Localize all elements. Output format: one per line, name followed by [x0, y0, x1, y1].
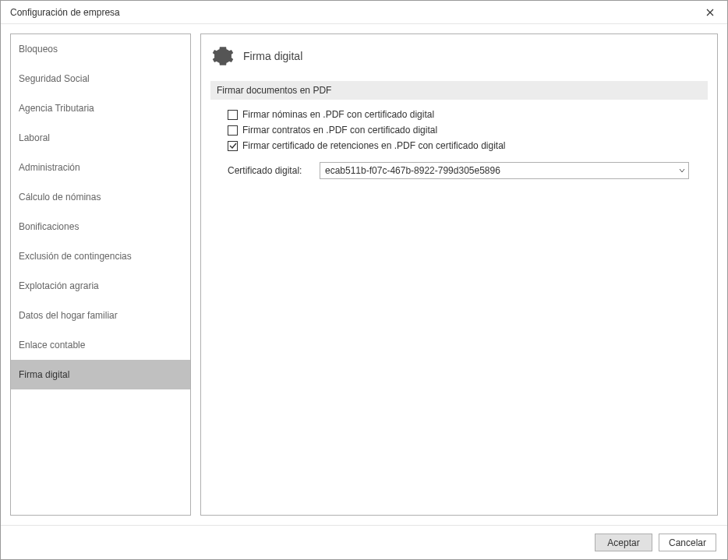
chevron-down-icon [676, 167, 688, 174]
sidebar-item-label: Cálculo de nóminas [19, 192, 101, 203]
checkbox-label: Firmar contratos en .PDF con certificado… [242, 125, 437, 136]
sidebar-item-label: Bonificaciones [19, 221, 79, 232]
sidebar-item-label: Enlace contable [19, 340, 85, 350]
footer: Aceptar Cancelar [1, 525, 727, 559]
sidebar-item-firma-digital[interactable]: Firma digital [11, 360, 190, 389]
close-icon [706, 9, 714, 16]
checkbox-row-contratos: Firmar contratos en .PDF con certificado… [228, 125, 708, 136]
sidebar: Bloqueos Seguridad Social Agencia Tribut… [10, 33, 191, 516]
certificate-label: Certificado digital: [228, 165, 312, 176]
sidebar-item-administracion[interactable]: Administración [11, 153, 190, 182]
sidebar-item-label: Agencia Tributaria [19, 103, 94, 114]
sidebar-item-label: Seguridad Social [19, 73, 90, 84]
checkbox-row-nominas: Firmar nóminas en .PDF con certificado d… [228, 109, 708, 120]
section-header: Firmar documentos en PDF [210, 81, 708, 100]
certificate-row: Certificado digital: ecab511b-f07c-467b-… [228, 162, 708, 179]
certificate-value: ecab511b-f07c-467b-8922-799d305e5896 [320, 165, 676, 176]
sidebar-item-enlace-contable[interactable]: Enlace contable [11, 330, 190, 360]
checkbox-contratos[interactable] [228, 125, 238, 136]
checkbox-nominas[interactable] [228, 110, 238, 120]
content-area: Bloqueos Seguridad Social Agencia Tribut… [1, 24, 727, 525]
gear-icon [212, 45, 234, 67]
cancel-button[interactable]: Cancelar [659, 534, 716, 551]
sidebar-item-label: Exclusión de contingencias [19, 251, 132, 262]
certificate-dropdown[interactable]: ecab511b-f07c-467b-8922-799d305e5896 [320, 162, 689, 179]
checkbox-label: Firmar nóminas en .PDF con certificado d… [242, 109, 434, 120]
close-button[interactable] [692, 1, 727, 24]
sidebar-item-datos-hogar[interactable]: Datos del hogar familiar [11, 301, 190, 330]
sidebar-item-seguridad-social[interactable]: Seguridad Social [11, 64, 190, 93]
panel-header: Firma digital [210, 45, 708, 67]
sidebar-item-explotacion-agraria[interactable]: Explotación agraria [11, 271, 190, 301]
sidebar-item-exclusion-contingencias[interactable]: Exclusión de contingencias [11, 241, 190, 271]
checkbox-retenciones[interactable] [228, 141, 238, 151]
accept-button[interactable]: Aceptar [595, 534, 652, 551]
sidebar-item-calculo-nominas[interactable]: Cálculo de nóminas [11, 182, 190, 212]
checkbox-row-retenciones: Firmar certificado de retenciones en .PD… [228, 140, 708, 151]
sidebar-item-label: Bloqueos [19, 44, 58, 55]
button-label: Cancelar [669, 537, 706, 548]
checkbox-label: Firmar certificado de retenciones en .PD… [242, 140, 505, 151]
check-icon [229, 142, 237, 150]
sidebar-item-bloqueos[interactable]: Bloqueos [11, 34, 190, 64]
sidebar-item-laboral[interactable]: Laboral [11, 123, 190, 153]
window-title: Configuración de empresa [10, 7, 692, 18]
button-label: Aceptar [607, 537, 639, 548]
form-area: Firmar nóminas en .PDF con certificado d… [210, 109, 708, 179]
sidebar-item-label: Datos del hogar familiar [19, 310, 118, 321]
panel-title: Firma digital [243, 50, 302, 62]
sidebar-item-label: Administración [19, 162, 80, 173]
titlebar: Configuración de empresa [1, 1, 727, 24]
sidebar-item-label: Explotación agraria [19, 280, 99, 291]
sidebar-item-label: Laboral [19, 132, 50, 143]
sidebar-item-label: Firma digital [19, 369, 69, 380]
main-panel: Firma digital Firmar documentos en PDF F… [200, 33, 718, 516]
sidebar-item-bonificaciones[interactable]: Bonificaciones [11, 212, 190, 241]
sidebar-item-agencia-tributaria[interactable]: Agencia Tributaria [11, 93, 190, 123]
